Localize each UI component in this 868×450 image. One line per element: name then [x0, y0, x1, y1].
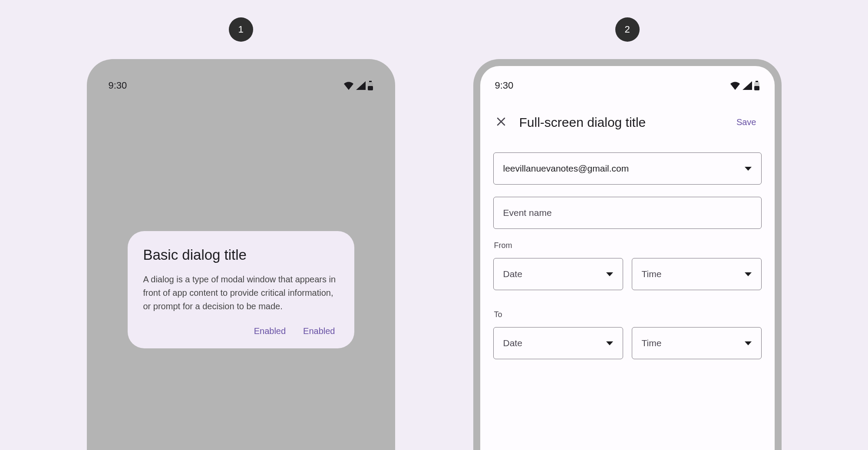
svg-rect-0	[369, 81, 372, 82]
chevron-down-icon	[745, 272, 752, 276]
to-label: To	[494, 310, 762, 319]
dialog-body: A dialog is a type of modal window that …	[143, 273, 339, 313]
fullscreen-dialog-header: Full-screen dialog title Save	[480, 96, 775, 131]
from-time-label: Time	[642, 269, 662, 279]
example-badge-2: 2	[615, 17, 640, 42]
status-time: 9:30	[495, 80, 514, 91]
to-time-label: Time	[642, 338, 662, 348]
dialog-actions: Enabled Enabled	[143, 326, 339, 336]
form-area: leevillanuevanotes@gmail.com Event name …	[480, 131, 775, 367]
from-date-label: Date	[503, 269, 522, 279]
example-fullscreen-dialog: 2 9:30 Full-screen dialog title Save	[473, 17, 782, 450]
event-name-placeholder: Event name	[503, 208, 552, 218]
event-name-field[interactable]: Event name	[493, 197, 762, 229]
example-badge-1: 1	[229, 17, 253, 42]
close-icon	[496, 116, 506, 127]
phone-frame-1: 9:30 Basic dialog title A dialog is a ty…	[87, 59, 395, 450]
to-row: Date Time	[493, 327, 762, 367]
from-time-select[interactable]: Time	[632, 258, 762, 290]
chevron-down-icon	[745, 167, 752, 171]
wifi-icon	[343, 81, 354, 90]
status-icons	[343, 81, 373, 90]
to-date-label: Date	[503, 338, 522, 348]
fullscreen-dialog-title: Full-screen dialog title	[519, 115, 721, 130]
status-icons	[729, 81, 760, 90]
dialog-title: Basic dialog title	[143, 247, 339, 263]
phone-frame-2: 9:30 Full-screen dialog title Save leevi…	[473, 59, 782, 450]
close-button[interactable]	[493, 114, 509, 131]
example-basic-dialog: 1 9:30 Basic dialog title A dialog is a …	[87, 17, 395, 450]
chevron-down-icon	[606, 341, 613, 345]
battery-icon	[367, 81, 373, 90]
signal-icon	[743, 81, 752, 90]
status-bar: 9:30	[480, 66, 775, 96]
wifi-icon	[729, 81, 741, 90]
examples-container: 1 9:30 Basic dialog title A dialog is a …	[0, 0, 868, 450]
svg-rect-3	[756, 81, 758, 82]
status-bar: 9:30	[94, 66, 388, 96]
from-label: From	[494, 241, 762, 250]
battery-icon	[754, 81, 760, 90]
chevron-down-icon	[606, 272, 613, 276]
email-value: leevillanuevanotes@gmail.com	[503, 163, 629, 174]
chevron-down-icon	[745, 341, 752, 345]
dialog-action-2[interactable]: Enabled	[303, 326, 335, 336]
basic-dialog: Basic dialog title A dialog is a type of…	[128, 231, 354, 348]
status-time: 9:30	[109, 80, 127, 91]
email-select[interactable]: leevillanuevanotes@gmail.com	[493, 152, 762, 185]
svg-rect-5	[754, 86, 759, 90]
from-date-select[interactable]: Date	[493, 258, 623, 290]
to-time-select[interactable]: Time	[632, 327, 762, 359]
svg-rect-2	[368, 86, 373, 90]
signal-icon	[356, 81, 366, 90]
to-date-select[interactable]: Date	[493, 327, 623, 359]
dialog-action-1[interactable]: Enabled	[254, 326, 286, 336]
from-row: Date Time	[493, 258, 762, 298]
save-button[interactable]: Save	[731, 114, 762, 131]
